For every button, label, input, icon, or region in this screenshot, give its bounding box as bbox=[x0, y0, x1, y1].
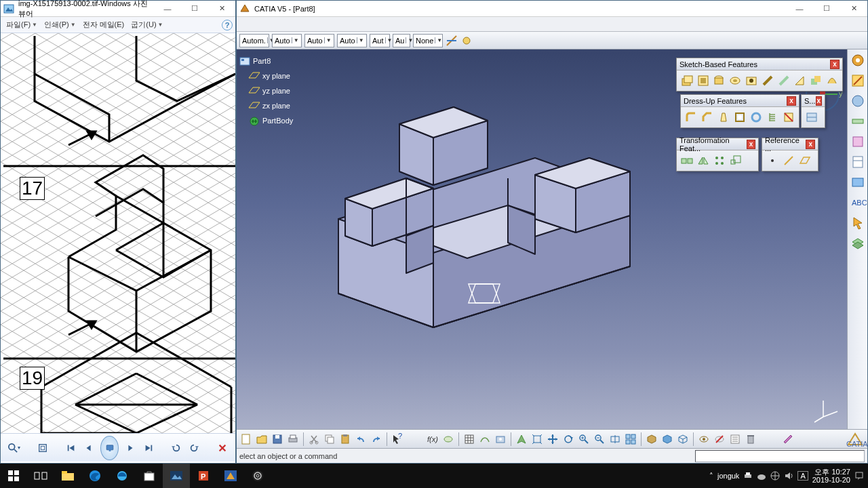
image-capture-icon[interactable] bbox=[494, 432, 507, 446]
tree-root[interactable]: Part8 bbox=[239, 54, 293, 68]
redo-icon[interactable] bbox=[370, 432, 383, 446]
catia-minimize-button[interactable]: — bbox=[786, 1, 813, 16]
hole-icon[interactable] bbox=[744, 73, 759, 88]
first-button[interactable] bbox=[65, 440, 77, 456]
taskbar-store-icon[interactable] bbox=[136, 464, 163, 488]
chamfer-icon[interactable] bbox=[700, 110, 715, 125]
taskbar-explorer-icon[interactable] bbox=[54, 464, 81, 488]
hide-show-icon[interactable] bbox=[697, 432, 711, 446]
tray-volume-icon[interactable] bbox=[784, 471, 793, 481]
viewer-close-button[interactable]: ✕ bbox=[208, 1, 235, 16]
viewer-maximize-button[interactable]: ☐ bbox=[181, 1, 208, 16]
pocket-icon[interactable] bbox=[696, 73, 711, 88]
tray-network-icon[interactable] bbox=[770, 471, 780, 481]
opt-select-4[interactable]: Aut▼ bbox=[370, 34, 390, 47]
close-icon[interactable]: x bbox=[787, 96, 796, 106]
tray-ime[interactable]: A bbox=[797, 471, 808, 481]
fly-icon[interactable] bbox=[515, 432, 528, 446]
table-icon[interactable] bbox=[462, 432, 476, 446]
catia-close-button[interactable]: ✕ bbox=[840, 1, 867, 16]
pattern-icon[interactable] bbox=[712, 153, 727, 168]
opt-select-3[interactable]: Auto▼ bbox=[337, 34, 367, 47]
command-input[interactable] bbox=[695, 450, 865, 462]
taskbar-obs-icon[interactable] bbox=[244, 464, 271, 488]
new-icon[interactable] bbox=[239, 432, 253, 446]
undo-icon[interactable] bbox=[354, 432, 368, 446]
law-icon[interactable] bbox=[478, 432, 492, 446]
mirror-icon[interactable] bbox=[696, 153, 711, 168]
save-icon[interactable] bbox=[271, 432, 284, 446]
task-view-button[interactable] bbox=[27, 464, 54, 488]
fillet-icon[interactable] bbox=[684, 110, 698, 125]
taskbar-catia-icon[interactable] bbox=[217, 464, 244, 488]
tree-yz-plane[interactable]: yz plane bbox=[239, 83, 293, 98]
taskbar-edge-icon[interactable] bbox=[81, 464, 108, 488]
zoom-button[interactable]: ▾ bbox=[7, 440, 21, 456]
taskbar-ie-icon[interactable] bbox=[108, 464, 136, 488]
viewer-menu-print[interactable]: 인쇄(P)▼ bbox=[41, 18, 79, 31]
toolbar-transformation[interactable]: Transformation Feat...x bbox=[676, 138, 759, 171]
viewer-minimize-button[interactable]: — bbox=[154, 1, 181, 16]
rotate-icon[interactable] bbox=[561, 432, 575, 446]
knowledge-icon[interactable] bbox=[441, 432, 455, 446]
pad-icon[interactable] bbox=[679, 73, 694, 88]
material-icon[interactable] bbox=[851, 94, 865, 108]
properties-icon[interactable] bbox=[728, 432, 742, 446]
tray-notifications-icon[interactable] bbox=[854, 471, 864, 481]
scale-icon[interactable] bbox=[728, 153, 743, 168]
catia-maximize-button[interactable]: ☐ bbox=[813, 1, 840, 16]
split-icon[interactable] bbox=[804, 110, 819, 125]
rotate-right-button[interactable] bbox=[188, 440, 200, 456]
cut-icon[interactable] bbox=[307, 432, 321, 446]
viewer-menu-write[interactable]: 굽기(U)▼ bbox=[128, 18, 165, 31]
apply-material-icon[interactable] bbox=[851, 135, 865, 148]
multi-section-icon[interactable] bbox=[825, 73, 840, 88]
toolbar-reference[interactable]: Reference ...x bbox=[762, 138, 818, 171]
viewer-menu-email[interactable]: 전자 메일(E) bbox=[80, 18, 127, 31]
abc-annotation-icon[interactable]: ABC bbox=[851, 196, 865, 209]
viewer-menu-file[interactable]: 파일(F)▼ bbox=[3, 18, 40, 31]
opt-select-2[interactable]: Auto▼ bbox=[304, 34, 334, 47]
shaft-icon[interactable] bbox=[712, 73, 727, 88]
close-icon[interactable]: x bbox=[747, 140, 755, 149]
zoom-in-icon[interactable] bbox=[577, 432, 591, 446]
normal-view-icon[interactable] bbox=[608, 432, 622, 446]
taskbar-powerpoint-icon[interactable]: P bbox=[190, 464, 217, 488]
iso-view-icon[interactable] bbox=[645, 432, 658, 446]
delete-button[interactable] bbox=[216, 440, 229, 456]
plane-icon[interactable] bbox=[797, 153, 812, 168]
wireframe-icon[interactable] bbox=[676, 432, 690, 446]
tray-printer-icon[interactable] bbox=[743, 471, 753, 481]
start-button[interactable] bbox=[0, 464, 27, 488]
tray-clock[interactable]: 오후 10:272019-10-20 bbox=[812, 468, 850, 484]
shading-icon[interactable] bbox=[660, 432, 674, 446]
removeface-icon[interactable] bbox=[781, 110, 796, 125]
opt-select-5[interactable]: Au▼ bbox=[393, 34, 410, 47]
close-icon[interactable]: x bbox=[816, 96, 822, 106]
opt-select-6[interactable]: None▼ bbox=[413, 34, 443, 47]
fit-all-icon[interactable] bbox=[530, 432, 544, 446]
swap-visible-icon[interactable] bbox=[713, 432, 726, 446]
toolbar-dress-up[interactable]: Dress-Up Featuresx bbox=[680, 94, 800, 128]
spec-tree[interactable]: Part8 xy plane yz plane zx plane PartBod… bbox=[239, 54, 293, 128]
next-button[interactable] bbox=[124, 440, 136, 456]
point-icon[interactable] bbox=[765, 153, 780, 168]
groove-icon[interactable] bbox=[728, 73, 743, 88]
slot-icon[interactable] bbox=[776, 73, 791, 88]
thread-icon[interactable] bbox=[765, 110, 780, 125]
open-icon[interactable] bbox=[255, 432, 269, 446]
close-icon[interactable]: x bbox=[830, 60, 840, 69]
catalog-icon[interactable] bbox=[851, 155, 865, 169]
toolbar-sketch-based[interactable]: Sketch-Based Featuresx bbox=[676, 58, 843, 92]
brush-icon[interactable] bbox=[782, 432, 795, 446]
shell-icon[interactable] bbox=[732, 110, 747, 125]
paste-icon[interactable] bbox=[338, 432, 352, 446]
select-arrow-icon[interactable] bbox=[851, 216, 865, 230]
draft-icon[interactable] bbox=[716, 110, 731, 125]
viewer-help-icon[interactable]: ? bbox=[222, 20, 233, 30]
tree-xy-plane[interactable]: xy plane bbox=[239, 68, 293, 83]
translate-icon[interactable] bbox=[679, 153, 694, 168]
whatsthis-icon[interactable]: ? bbox=[391, 432, 404, 446]
delete-feature-icon[interactable] bbox=[744, 432, 757, 446]
geometry-toggle-icon[interactable] bbox=[460, 35, 473, 47]
